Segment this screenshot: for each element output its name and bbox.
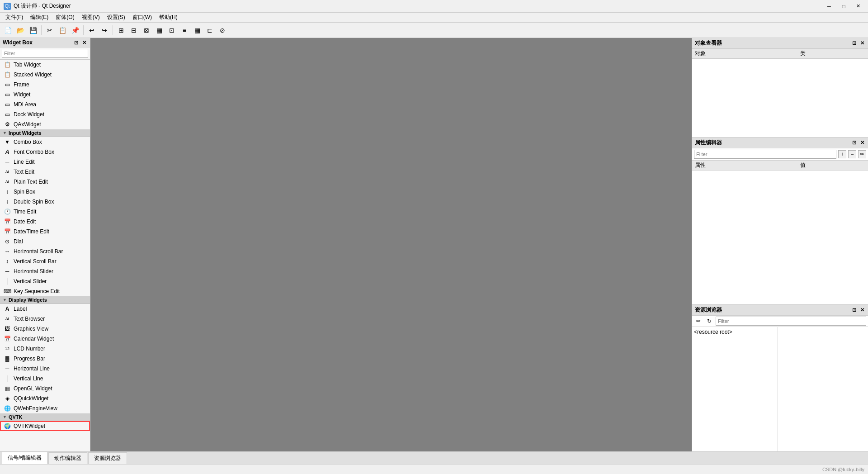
widget-item-frame[interactable]: ▭ Frame (0, 80, 90, 90)
resource-root-item[interactable]: <resource root> (694, 329, 732, 335)
widget-box-close-icon[interactable]: ✕ (81, 39, 87, 46)
widget-item-label: QAxWidget (14, 121, 41, 128)
toolbar-layout7[interactable]: ▦ (191, 24, 203, 36)
widget-item-qquickwidget[interactable]: ◈ QQuickWidget (0, 393, 90, 403)
widget-item-v-line[interactable]: │ Vertical Line (0, 374, 90, 384)
toolbar-layout4[interactable]: ▦ (153, 24, 165, 36)
double-spin-box-icon: ↕ (4, 198, 11, 205)
property-remove-button[interactable]: − (848, 150, 856, 158)
property-editor-close-icon[interactable]: ✕ (859, 140, 865, 146)
property-editor: 属性编辑器 ⊡ ✕ + − ✏ 属性 值 (692, 137, 868, 305)
resource-browser-close-icon[interactable]: ✕ (859, 307, 865, 313)
widget-box-filter-input[interactable] (2, 49, 88, 58)
widget-item-label[interactable]: A Label (0, 304, 90, 314)
toolbar-new[interactable]: 📄 (2, 24, 14, 36)
widget-item-lcd-number[interactable]: 12 LCD Number (0, 344, 90, 354)
resource-browser-header: 资源浏览器 ⊡ ✕ (692, 305, 868, 316)
tab-signal-slot-editor[interactable]: 信号/槽编辑器 (2, 452, 47, 464)
widget-item-datetime-edit[interactable]: 📅 Date/Time Edit (0, 227, 90, 237)
widget-item-mdi-area[interactable]: ▭ MDI Area (0, 100, 90, 109)
tab-resource-browser[interactable]: 资源浏览器 (88, 452, 127, 464)
widget-item-qvtkwidget[interactable]: 🌍 QVTKWidget (0, 421, 90, 431)
menu-help[interactable]: 帮助(H) (156, 13, 181, 23)
widget-item-font-combo-box[interactable]: A Font Combo Box (0, 147, 90, 157)
tab-action-editor[interactable]: 动作编辑器 (48, 452, 87, 464)
resource-edit-button[interactable]: ✏ (694, 317, 703, 326)
resource-filter-input[interactable] (716, 317, 866, 326)
toolbar-undo[interactable]: ↩ (86, 24, 98, 36)
close-button[interactable]: ✕ (852, 2, 864, 11)
property-editor-float-icon[interactable]: ⊡ (851, 140, 857, 146)
widget-item-date-edit[interactable]: 📅 Date Edit (0, 217, 90, 227)
toolbar-sep-1 (41, 25, 42, 35)
toolbar-layout2[interactable]: ⊟ (128, 24, 140, 36)
toolbar-paste[interactable]: 📌 (69, 24, 81, 36)
toolbar-layout1[interactable]: ⊞ (115, 24, 127, 36)
toolbar-layout3[interactable]: ⊠ (141, 24, 152, 36)
toolbar-cut[interactable]: ✂ (44, 24, 56, 36)
widget-item-label: Plain Text Edit (14, 179, 48, 185)
menu-file[interactable]: 文件(F) (2, 13, 27, 23)
widget-item-h-slider[interactable]: ─ Horizontal Slider (0, 266, 90, 276)
minimize-button[interactable]: ─ (823, 2, 835, 11)
widget-item-progress-bar[interactable]: ▓ Progress Bar (0, 354, 90, 364)
property-filter-input[interactable] (694, 150, 836, 159)
widget-item-tab-widget[interactable]: 📋 Tab Widget (0, 60, 90, 70)
widget-item-stacked-widget[interactable]: 📋 Stacked Widget (0, 70, 90, 80)
widget-item-qwebengineview[interactable]: 🌐 QWebEngineView (0, 403, 90, 413)
widget-item-v-slider[interactable]: │ Vertical Slider (0, 276, 90, 286)
toolbar-layout6[interactable]: ≡ (179, 24, 190, 36)
object-inspector-float-icon[interactable]: ⊡ (851, 40, 857, 47)
widget-item-double-spin-box[interactable]: ↕ Double Spin Box (0, 197, 90, 207)
widget-item-text-browser[interactable]: AI Text Browser (0, 314, 90, 324)
time-edit-icon: 🕐 (4, 208, 11, 215)
widget-item-key-sequence-edit[interactable]: ⌨ Key Sequence Edit (0, 286, 90, 296)
maximize-button[interactable]: □ (837, 2, 850, 11)
toolbar-layout5[interactable]: ⊡ (166, 24, 178, 36)
resource-browser-title: 资源浏览器 (695, 306, 722, 314)
property-add-button[interactable]: + (838, 150, 846, 158)
menu-edit[interactable]: 编辑(E) (27, 13, 52, 23)
toolbar-break[interactable]: ⊘ (217, 24, 228, 36)
widget-box-header-icons: ⊡ ✕ (73, 39, 87, 46)
widget-item-text-edit[interactable]: AI Text Edit (0, 167, 90, 177)
resource-refresh-button[interactable]: ↻ (705, 317, 714, 326)
widget-item-v-scrollbar[interactable]: ↕ Vertical Scroll Bar (0, 256, 90, 266)
menu-form[interactable]: 窗体(O) (52, 13, 78, 23)
widget-item-graphics-view[interactable]: 🖼 Graphics View (0, 324, 90, 334)
widget-item-spin-box[interactable]: ↕ Spin Box (0, 187, 90, 197)
h-scrollbar-icon: ↔ (4, 248, 11, 255)
widget-item-widget[interactable]: ▭ Widget (0, 90, 90, 100)
widget-item-combo-box[interactable]: ▼ Combo Box (0, 137, 90, 147)
widget-item-label: Horizontal Line (14, 365, 50, 372)
category-display-widgets[interactable]: ▼ Display Widgets (0, 296, 90, 304)
menu-view[interactable]: 视图(V) (78, 13, 104, 23)
widget-item-dial[interactable]: ⊙ Dial (0, 237, 90, 246)
menu-settings[interactable]: 设置(S) (104, 13, 129, 23)
widget-item-time-edit[interactable]: 🕐 Time Edit (0, 207, 90, 217)
category-label: Input Widgets (9, 130, 42, 136)
property-edit-button[interactable]: ✏ (858, 150, 866, 158)
object-inspector: 对象查看器 ⊡ ✕ 对象 类 (692, 38, 868, 137)
widget-item-h-line[interactable]: ─ Horizontal Line (0, 364, 90, 374)
category-qvtk[interactable]: ▼ QVTK (0, 413, 90, 421)
toolbar-open[interactable]: 📂 (14, 24, 26, 36)
toolbar-copy[interactable]: 📋 (57, 24, 68, 36)
toolbar-redo[interactable]: ↪ (99, 24, 110, 36)
widget-item-qaxwidget[interactable]: ⚙ QAxWidget (0, 119, 90, 129)
widget-box-title: Widget Box (3, 39, 33, 46)
widget-item-plain-text-edit[interactable]: AI Plain Text Edit (0, 177, 90, 187)
toolbar-save[interactable]: 💾 (27, 24, 39, 36)
widget-item-calendar-widget[interactable]: 📅 Calendar Widget (0, 334, 90, 344)
widget-item-dock-widget[interactable]: ▭ Dock Widget (0, 109, 90, 119)
widget-item-opengl-widget[interactable]: ▦ OpenGL Widget (0, 384, 90, 393)
widget-item-h-scrollbar[interactable]: ↔ Horizontal Scroll Bar (0, 246, 90, 256)
widget-item-line-edit[interactable]: ─ Line Edit (0, 157, 90, 167)
object-inspector-close-icon[interactable]: ✕ (859, 40, 865, 47)
widget-box-float-icon[interactable]: ⊡ (73, 39, 79, 46)
qaxwidget-icon: ⚙ (4, 121, 11, 128)
toolbar-layout8[interactable]: ⊏ (204, 24, 216, 36)
category-input-widgets[interactable]: ▼ Input Widgets (0, 129, 90, 137)
resource-browser-float-icon[interactable]: ⊡ (851, 307, 857, 313)
menu-window[interactable]: 窗口(W) (129, 13, 156, 23)
